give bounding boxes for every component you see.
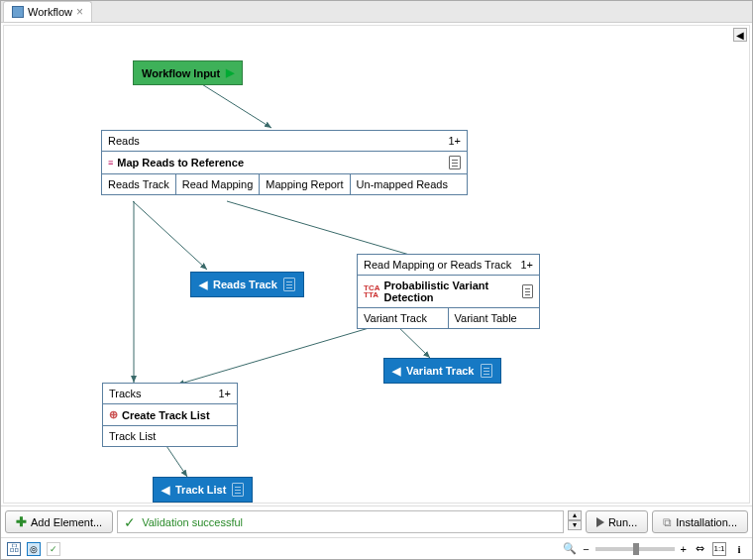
tracks-header: Tracks 1+ <box>103 384 237 404</box>
map-reads-body-label: Map Reads to Reference <box>117 157 244 168</box>
reads-track-label: Reads Track <box>213 279 277 290</box>
tracks-mult: 1+ <box>218 388 231 399</box>
variant-track-output[interactable]: ◀ Variant Track <box>383 358 501 384</box>
document-icon <box>283 278 295 291</box>
bottom-bar: 品 ◎ ✓ 🔍 − + ⇔ 1:1 i <box>1 537 752 559</box>
checkmark-icon: ✓ <box>124 514 136 530</box>
validation-status-label: Validation successful <box>142 516 243 528</box>
workflow-canvas[interactable]: Workflow Input ▶ Reads 1+ ≡ Map Reads to… <box>4 26 749 503</box>
variant-detection-node[interactable]: Read Mapping or Reads Track 1+ TCATTA Pr… <box>357 254 540 329</box>
svg-line-0 <box>197 81 271 128</box>
add-element-label: Add Element... <box>31 516 102 528</box>
run-label: Run... <box>608 516 637 528</box>
port-read-mapping[interactable]: Read Mapping <box>176 174 261 194</box>
zoom-reset-icon[interactable]: 1:1 <box>712 542 726 556</box>
create-list-icon: ⊕ <box>109 408 118 421</box>
run-button[interactable]: Run... <box>586 510 648 533</box>
validation-status: ✓ Validation successful <box>117 510 564 533</box>
tab-bar: Workflow × <box>1 1 752 23</box>
variant-ports: Variant Track Variant Table <box>358 308 539 328</box>
reads-track-output[interactable]: ◀ Reads Track <box>190 272 304 297</box>
port-variant-track[interactable]: Variant Track <box>358 308 449 328</box>
svg-line-1 <box>133 201 207 270</box>
tracks-body: ⊕ Create Track List <box>103 404 237 426</box>
map-reads-header: Reads 1+ <box>102 131 467 152</box>
arrow-right-icon: ▶ <box>226 66 234 79</box>
toolbar: ✚ Add Element... ✓ Validation successful… <box>1 505 752 537</box>
svg-line-4 <box>177 321 392 385</box>
add-element-button[interactable]: ✚ Add Element... <box>5 510 113 533</box>
installation-label: Installation... <box>676 516 737 528</box>
map-reads-mult: 1+ <box>448 135 461 147</box>
document-icon <box>522 284 533 298</box>
zoom-out-icon[interactable]: 🔍 <box>563 542 577 556</box>
canvas-wrap: Workflow Input ▶ Reads 1+ ≡ Map Reads to… <box>3 25 750 504</box>
map-reads-node[interactable]: Reads 1+ ≡ Map Reads to Reference Reads … <box>101 130 468 195</box>
variant-header-label: Read Mapping or Reads Track <box>364 259 511 271</box>
status-spinner[interactable]: ▴ ▾ <box>568 510 582 533</box>
track-list-output[interactable]: ◀ Track List <box>153 477 253 503</box>
tab-title: Workflow <box>28 6 72 18</box>
variant-body-label: Probabilistic Variant Detection <box>383 280 518 303</box>
track-list-label: Track List <box>175 484 226 496</box>
port-mapping-report[interactable]: Mapping Report <box>260 174 350 194</box>
info-icon[interactable]: i <box>732 542 746 556</box>
fit-width-icon[interactable]: ⇔ <box>693 542 706 556</box>
plus-icon: ✚ <box>16 514 27 529</box>
port-variant-table[interactable]: Variant Table <box>449 308 540 328</box>
minimap-toggle[interactable]: ◀ <box>733 28 747 42</box>
port-unmapped-reads[interactable]: Un-mapped Reads <box>351 174 454 194</box>
view-check-icon[interactable]: ✓ <box>47 542 60 556</box>
spinner-up[interactable]: ▴ <box>568 510 582 520</box>
zoom-plus[interactable]: + <box>681 543 687 555</box>
tca-icon: TCATTA <box>364 284 379 298</box>
zoom-thumb[interactable] <box>633 543 639 555</box>
workflow-icon <box>12 6 24 18</box>
spinner-down[interactable]: ▾ <box>568 520 582 530</box>
arrow-left-icon: ◀ <box>161 484 169 497</box>
port-reads-track[interactable]: Reads Track <box>102 174 176 194</box>
zoom-slider[interactable] <box>595 547 675 551</box>
tracks-ports: Track List <box>103 426 237 446</box>
tab-workflow[interactable]: Workflow × <box>3 1 92 22</box>
workflow-input-node[interactable]: Workflow Input ▶ <box>133 60 243 85</box>
port-track-list[interactable]: Track List <box>103 426 237 446</box>
view-record-icon[interactable]: ◎ <box>27 542 41 556</box>
map-reads-ports: Reads Track Read Mapping Mapping Report … <box>102 174 467 194</box>
map-reads-body: ≡ Map Reads to Reference <box>102 152 467 174</box>
reads-icon: ≡ <box>108 158 113 168</box>
install-icon: ⧉ <box>663 515 672 529</box>
variant-body: TCATTA Probabilistic Variant Detection <box>358 276 539 308</box>
tracks-body-label: Create Track List <box>122 409 210 421</box>
view-diagram-icon[interactable]: 品 <box>7 542 21 556</box>
arrow-left-icon: ◀ <box>199 279 207 291</box>
variant-mult: 1+ <box>520 259 533 271</box>
arrow-left-icon: ◀ <box>392 365 400 378</box>
document-icon <box>232 483 244 497</box>
workflow-input-label: Workflow Input <box>142 67 220 79</box>
tracks-header-label: Tracks <box>109 388 142 399</box>
play-icon <box>596 517 604 527</box>
document-icon <box>449 156 461 169</box>
create-track-list-node[interactable]: Tracks 1+ ⊕ Create Track List Track List <box>102 383 238 447</box>
variant-track-label: Variant Track <box>406 365 475 377</box>
variant-header: Read Mapping or Reads Track 1+ <box>358 255 539 276</box>
map-reads-header-label: Reads <box>108 135 140 147</box>
zoom-minus[interactable]: − <box>583 543 589 555</box>
document-icon <box>481 364 492 378</box>
installation-button[interactable]: ⧉ Installation... <box>652 510 748 533</box>
close-icon[interactable]: × <box>76 5 83 19</box>
